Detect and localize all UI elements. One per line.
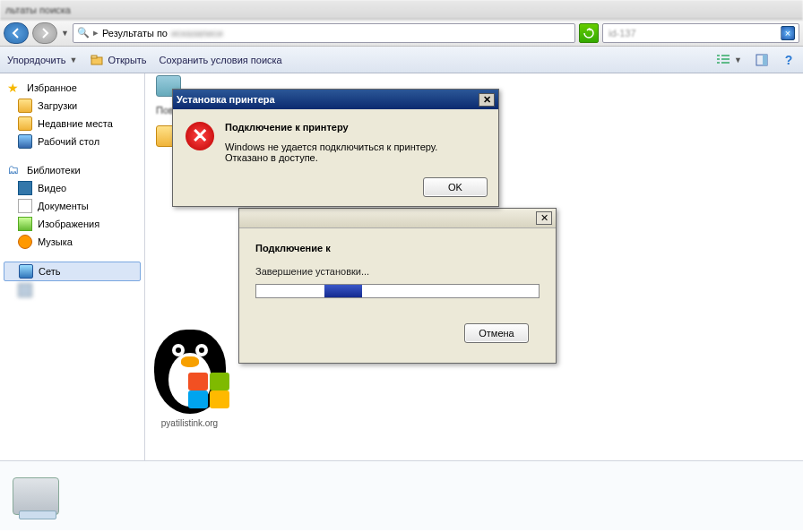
nav-bar: ▼ 🔍 ▸ Результаты по исказаписи × [0, 20, 803, 47]
sidebar-item-documents[interactable]: Документы [0, 197, 144, 215]
close-icon: ✕ [540, 212, 548, 224]
dialog-titlebar[interactable]: Установка принтера ✕ [173, 90, 498, 109]
network-icon [19, 264, 33, 279]
sidebar-favorites-label: Избранное [27, 82, 77, 93]
details-pane [0, 460, 803, 530]
sidebar-item-label: Видео [38, 183, 66, 193]
sidebar-item-desktop[interactable]: Рабочий стол [0, 133, 144, 150]
error-heading: Подключение к принтеру [225, 122, 486, 133]
documents-icon [18, 199, 32, 213]
sidebar-favorites[interactable]: ★ Избранное [0, 79, 144, 97]
sidebar-item-label: Музыка [38, 236, 73, 247]
arrow-right-icon [39, 28, 50, 39]
error-message-1: Windows не удается подключиться к принте… [225, 142, 486, 152]
search-input[interactable] [607, 27, 781, 39]
watermark-logo: pyatilistink.org [138, 320, 241, 423]
sidebar-item-label: Документы [38, 201, 89, 211]
view-mode-button[interactable]: ▼ [716, 53, 742, 67]
help-button[interactable]: ? [781, 53, 796, 67]
chevron-down-icon: ▼ [69, 56, 77, 64]
refresh-icon [583, 28, 594, 39]
progress-status: Завершение установки... [255, 266, 540, 277]
sidebar-item-recent[interactable]: Недавние места [0, 115, 144, 133]
open-button[interactable]: Открыть [90, 53, 146, 67]
cancel-button[interactable]: Отмена [464, 323, 529, 343]
window-title: льтаты поиска [5, 4, 71, 15]
computer-icon [18, 283, 32, 297]
sidebar-libraries[interactable]: 🗂 Библиотеки [0, 161, 144, 179]
window-titlebar: льтаты поиска [0, 0, 803, 20]
printer-icon [13, 477, 59, 515]
dialog-titlebar[interactable]: ✕ [239, 209, 556, 228]
open-icon [90, 53, 104, 67]
error-message-2: Отказано в доступе. [225, 152, 486, 163]
progress-dialog: ✕ Подключение к Завершение установки... … [238, 208, 557, 364]
save-search-button[interactable]: Сохранить условия поиска [160, 55, 282, 65]
error-icon: ✕ [186, 122, 214, 150]
libraries-icon: 🗂 [7, 163, 22, 177]
folder-icon [18, 99, 32, 113]
dialog-title: Установка принтера [177, 94, 275, 105]
chevron-down-icon: ▼ [734, 56, 742, 64]
ok-button[interactable]: OK [423, 177, 488, 197]
navigation-sidebar: ★ Избранное Загрузки Недавние места Рабо… [0, 73, 145, 460]
sidebar-item-videos[interactable]: Видео [0, 179, 144, 197]
back-button[interactable] [4, 22, 29, 44]
music-icon [18, 235, 32, 249]
sidebar-item-label: Загрузки [38, 100, 77, 111]
organize-menu[interactable]: Упорядочить ▼ [7, 55, 77, 65]
sidebar-item-pictures[interactable]: Изображения [0, 215, 144, 233]
close-icon: ✕ [483, 94, 491, 106]
history-dropdown-icon[interactable]: ▼ [61, 29, 69, 38]
sidebar-item-label: Рабочий стол [38, 136, 99, 147]
sidebar-item-downloads[interactable]: Загрузки [0, 97, 144, 115]
save-search-label: Сохранить условия поиска [160, 55, 282, 65]
breadcrumb-blurred: исказаписи [171, 28, 223, 39]
progress-target-label: Подключение к [255, 243, 540, 253]
sidebar-network-label: Сеть [39, 266, 60, 277]
star-icon: ★ [7, 81, 22, 95]
sidebar-libraries-label: Библиотеки [27, 165, 81, 176]
sidebar-network[interactable]: Сеть [4, 262, 141, 281]
error-dialog: Установка принтера ✕ ✕ Подключение к при… [172, 89, 499, 207]
svg-rect-3 [763, 55, 767, 65]
close-button[interactable]: ✕ [479, 93, 495, 107]
svg-rect-1 [91, 56, 97, 58]
preview-pane-button[interactable] [755, 53, 769, 67]
chevron-right-icon: ▸ [93, 27, 99, 39]
close-button[interactable]: ✕ [536, 211, 552, 225]
sidebar-item-label: Недавние места [38, 118, 113, 129]
command-toolbar: Упорядочить ▼ Открыть Сохранить условия … [0, 47, 803, 73]
breadcrumb[interactable]: Результаты по [102, 28, 168, 39]
organize-label: Упорядочить [7, 55, 65, 65]
progress-bar [255, 284, 540, 298]
sidebar-item-network-child[interactable] [0, 281, 144, 299]
refresh-button[interactable] [579, 23, 599, 43]
view-list-icon [716, 53, 730, 67]
open-label: Открыть [108, 55, 146, 65]
forward-button[interactable] [32, 22, 57, 44]
video-icon [18, 181, 32, 195]
partial-text: Пов [156, 105, 174, 116]
preview-pane-icon [755, 53, 769, 67]
watermark-text: pyatilistink.org [138, 418, 241, 428]
search-box[interactable]: × [602, 23, 799, 43]
sidebar-item-music[interactable]: Музыка [0, 233, 144, 251]
address-bar[interactable]: 🔍 ▸ Результаты по исказаписи [73, 23, 575, 43]
pictures-icon [18, 217, 32, 231]
search-button[interactable]: × [781, 26, 795, 40]
search-glyph-icon: 🔍 [77, 27, 90, 39]
desktop-icon [18, 134, 32, 149]
arrow-left-icon [11, 28, 22, 39]
sidebar-item-label: Изображения [38, 219, 99, 229]
help-icon: ? [781, 53, 796, 67]
folder-icon [18, 116, 32, 131]
